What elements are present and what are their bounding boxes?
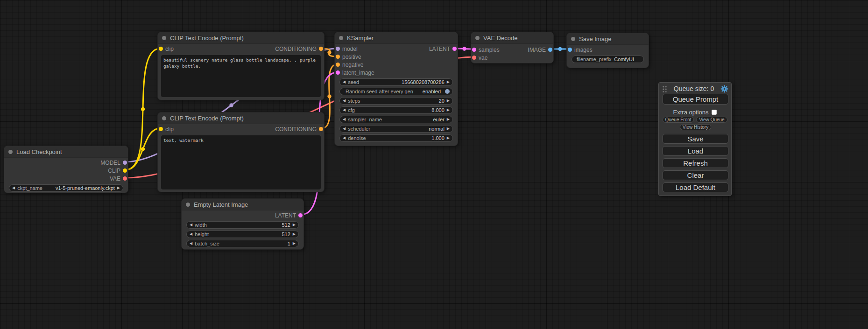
ckpt-name-combo-widget[interactable]: ◀ ckpt_name v1-5-pruned-emaonly.ckpt ▶ xyxy=(9,184,123,192)
combo-left-arrow-icon[interactable]: ◀ xyxy=(190,242,192,245)
queue-prompt-button[interactable]: Queue Prompt xyxy=(663,94,728,105)
settings-gear-icon[interactable] xyxy=(720,85,728,93)
seed-combo-widget[interactable]: ◀ seed 156680208700286 ▶ xyxy=(339,78,453,86)
node-load-checkpoint[interactable]: Load Checkpoint MODEL CLIP VAE xyxy=(4,146,128,193)
combo-right-arrow-icon[interactable]: ▶ xyxy=(293,242,296,245)
node-collapse-dot[interactable] xyxy=(475,36,480,40)
latent-slot-dot[interactable] xyxy=(452,47,457,51)
output-slot-latent[interactable]: LATENT xyxy=(275,212,303,219)
node-title-bar[interactable]: CLIP Text Encode (Prompt) xyxy=(158,32,324,44)
node-title-bar[interactable]: Empty Latent Image xyxy=(182,199,303,210)
combo-right-arrow-icon[interactable]: ▶ xyxy=(447,80,450,84)
output-slot-conditioning[interactable]: CONDITIONING xyxy=(275,46,323,52)
clip-slot-dot[interactable] xyxy=(123,168,127,173)
node-vae-decode[interactable]: VAE Decode samples IMAGE vae xyxy=(471,32,554,63)
height-combo-widget[interactable]: ◀ height 512 ▶ xyxy=(186,231,299,238)
view-queue-button[interactable]: View Queue xyxy=(696,117,727,123)
combo-right-arrow-icon[interactable]: ▶ xyxy=(293,232,296,236)
node-clip-text-encode-negative[interactable]: CLIP Text Encode (Prompt) clip CONDITION… xyxy=(157,112,325,192)
input-slot-samples[interactable]: samples xyxy=(472,47,500,53)
node-title-bar[interactable]: Load Checkpoint xyxy=(4,146,128,158)
vae-slot-dot[interactable] xyxy=(472,56,476,60)
node-title-bar[interactable]: CLIP Text Encode (Prompt) xyxy=(158,112,324,124)
conditioning-slot-dot[interactable] xyxy=(336,63,340,67)
output-slot-model[interactable]: MODEL xyxy=(100,160,127,166)
random-seed-toggle-widget[interactable]: Random seed after every gen enabled xyxy=(339,88,453,95)
combo-left-arrow-icon[interactable]: ◀ xyxy=(190,232,192,236)
combo-left-arrow-icon[interactable]: ◀ xyxy=(190,223,192,227)
clear-button[interactable]: Clear xyxy=(663,170,728,180)
extra-options-checkbox[interactable] xyxy=(712,110,717,115)
combo-right-arrow-icon[interactable]: ▶ xyxy=(447,108,450,112)
node-empty-latent-image[interactable]: Empty Latent Image LATENT ◀ width 512 ▶ … xyxy=(181,198,304,250)
input-slot-clip[interactable]: clip xyxy=(159,126,174,133)
image-slot-dot[interactable] xyxy=(548,48,552,52)
combo-left-arrow-icon[interactable]: ◀ xyxy=(343,118,346,121)
scheduler-combo-widget[interactable]: ◀ scheduler normal ▶ xyxy=(339,125,453,133)
node-collapse-dot[interactable] xyxy=(339,36,343,40)
width-combo-widget[interactable]: ◀ width 512 ▶ xyxy=(186,221,299,229)
denoise-combo-widget[interactable]: ◀ denoise 1.000 ▶ xyxy=(339,134,453,142)
node-title-bar[interactable]: VAE Decode xyxy=(471,32,553,44)
filename-prefix-text-widget[interactable]: filename_prefix ComfyUI xyxy=(572,56,644,63)
latent-slot-dot[interactable] xyxy=(298,213,303,217)
menu-drag-handle-icon[interactable] xyxy=(662,85,667,92)
model-slot-dot[interactable] xyxy=(123,161,127,165)
node-collapse-dot[interactable] xyxy=(571,37,575,41)
node-clip-text-encode-positive[interactable]: CLIP Text Encode (Prompt) clip CONDITION… xyxy=(157,32,325,100)
clip-slot-dot[interactable] xyxy=(159,127,163,131)
combo-right-arrow-icon[interactable]: ▶ xyxy=(293,223,296,227)
load-default-button[interactable]: Load Default xyxy=(663,182,728,192)
queue-front-button[interactable]: Queue Front xyxy=(663,117,694,123)
latent-slot-dot[interactable] xyxy=(336,70,340,75)
node-collapse-dot[interactable] xyxy=(162,36,166,40)
steps-combo-widget[interactable]: ◀ steps 20 ▶ xyxy=(339,97,453,105)
input-slot-latent-image[interactable]: latent_image xyxy=(336,70,374,76)
clip-slot-dot[interactable] xyxy=(159,47,163,51)
combo-left-arrow-icon[interactable]: ◀ xyxy=(343,127,346,131)
conditioning-slot-dot[interactable] xyxy=(336,55,340,59)
node-ksampler[interactable]: KSampler model LATENT positive xyxy=(334,32,458,146)
latent-slot-dot[interactable] xyxy=(472,48,476,52)
combo-left-arrow-icon[interactable]: ◀ xyxy=(343,80,346,84)
positive-prompt-textarea[interactable]: beautiful scenery nature glass bottle la… xyxy=(161,55,321,97)
output-slot-clip[interactable]: CLIP xyxy=(108,168,127,174)
sampler-name-combo-widget[interactable]: ◀ sampler_name euler ▶ xyxy=(339,116,453,123)
combo-left-arrow-icon[interactable]: ◀ xyxy=(343,99,346,103)
load-button[interactable]: Load xyxy=(663,146,728,156)
cfg-combo-widget[interactable]: ◀ cfg 8.000 ▶ xyxy=(339,106,453,114)
output-slot-latent[interactable]: LATENT xyxy=(429,46,457,52)
combo-right-arrow-icon[interactable]: ▶ xyxy=(117,186,120,190)
input-slot-model[interactable]: model xyxy=(336,46,358,52)
image-slot-dot[interactable] xyxy=(568,48,572,52)
model-slot-dot[interactable] xyxy=(336,47,340,51)
node-save-image[interactable]: Save Image images filename_prefix ComfyU… xyxy=(566,33,649,68)
combo-left-arrow-icon[interactable]: ◀ xyxy=(343,136,346,140)
node-collapse-dot[interactable] xyxy=(8,150,13,154)
combo-left-arrow-icon[interactable]: ◀ xyxy=(12,186,15,190)
output-slot-vae[interactable]: VAE xyxy=(110,175,127,182)
refresh-button[interactable]: Refresh xyxy=(663,158,728,168)
input-slot-images[interactable]: images xyxy=(568,47,593,53)
node-title-bar[interactable]: Save Image xyxy=(567,33,649,45)
combo-left-arrow-icon[interactable]: ◀ xyxy=(343,108,346,112)
node-collapse-dot[interactable] xyxy=(162,116,166,120)
input-slot-negative[interactable]: negative xyxy=(336,62,363,68)
graph-canvas[interactable]: Load Checkpoint MODEL CLIP VAE xyxy=(0,0,868,329)
view-history-button[interactable]: View History xyxy=(680,124,711,130)
input-slot-clip[interactable]: clip xyxy=(159,46,174,52)
negative-prompt-textarea[interactable]: text, watermark xyxy=(161,135,321,189)
combo-right-arrow-icon[interactable]: ▶ xyxy=(447,99,450,103)
conditioning-slot-dot[interactable] xyxy=(319,127,323,131)
node-collapse-dot[interactable] xyxy=(186,203,190,207)
combo-right-arrow-icon[interactable]: ▶ xyxy=(447,136,450,140)
save-button[interactable]: Save xyxy=(663,134,728,144)
input-slot-positive[interactable]: positive xyxy=(336,54,361,60)
output-slot-image[interactable]: IMAGE xyxy=(528,47,552,53)
combo-right-arrow-icon[interactable]: ▶ xyxy=(447,118,450,121)
input-slot-vae[interactable]: vae xyxy=(472,55,487,61)
combo-right-arrow-icon[interactable]: ▶ xyxy=(447,127,450,131)
vae-slot-dot[interactable] xyxy=(123,176,127,181)
output-slot-conditioning[interactable]: CONDITIONING xyxy=(275,126,323,133)
batch-size-combo-widget[interactable]: ◀ batch_size 1 ▶ xyxy=(186,240,299,247)
